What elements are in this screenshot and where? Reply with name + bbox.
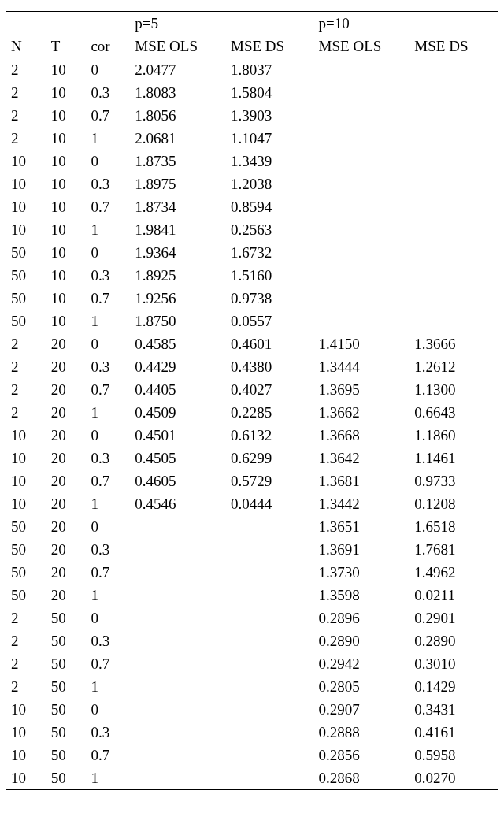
cell-t: 10 <box>46 81 87 104</box>
cell-p10-ols: 1.3444 <box>314 355 410 378</box>
cell-n: 50 <box>6 515 46 538</box>
cell-p5-ols <box>130 766 226 790</box>
cell-t: 20 <box>46 447 87 470</box>
cell-p5-ols: 0.4546 <box>130 492 226 515</box>
cell-t: 20 <box>46 401 87 424</box>
cell-p5-ds: 0.5729 <box>226 470 314 492</box>
cell-p10-ds: 1.7681 <box>410 538 498 561</box>
cell-p5-ols: 0.4429 <box>130 355 226 378</box>
cell-n: 10 <box>6 150 46 173</box>
cell-t: 10 <box>46 287 87 310</box>
cell-cor: 0 <box>86 58 130 82</box>
cell-p10-ds: 0.6643 <box>410 401 498 424</box>
cell-p5-ols: 1.8735 <box>130 150 226 173</box>
cell-t: 50 <box>46 721 87 744</box>
cell-p5-ols <box>130 675 226 698</box>
cell-p10-ols <box>314 287 410 310</box>
cell-p5-ols <box>130 607 226 629</box>
cell-p5-ds <box>226 675 314 698</box>
cell-p5-ds <box>226 744 314 766</box>
header-group-p10: p=10 <box>314 12 410 35</box>
cell-p5-ols: 1.8925 <box>130 264 226 287</box>
cell-n: 10 <box>6 447 46 470</box>
cell-p5-ols: 0.4509 <box>130 401 226 424</box>
cell-p10-ols: 0.2890 <box>314 629 410 652</box>
cell-p5-ols: 0.4501 <box>130 424 226 447</box>
cell-n: 50 <box>6 287 46 310</box>
cell-p5-ds: 0.4027 <box>226 378 314 401</box>
cell-cor: 0.3 <box>86 173 130 195</box>
table-row: 50200.31.36911.7681 <box>6 538 498 561</box>
cell-n: 2 <box>6 607 46 629</box>
cell-p10-ols: 0.2868 <box>314 766 410 790</box>
cell-p5-ds <box>226 607 314 629</box>
table-row: 25010.28050.1429 <box>6 675 498 698</box>
cell-t: 20 <box>46 355 87 378</box>
table-row: 102010.45460.04441.34420.1208 <box>6 492 498 515</box>
cell-p10-ds: 1.6518 <box>410 515 498 538</box>
cell-p5-ols: 1.8975 <box>130 173 226 195</box>
cell-p10-ds: 0.0211 <box>410 584 498 607</box>
cell-p5-ds: 1.5160 <box>226 264 314 287</box>
cell-p5-ols: 1.8083 <box>130 81 226 104</box>
table-row: 102000.45010.61321.36681.1860 <box>6 424 498 447</box>
header-n: N <box>6 35 46 58</box>
cell-p5-ds <box>226 584 314 607</box>
cell-cor: 1 <box>86 401 130 424</box>
cell-t: 10 <box>46 218 87 241</box>
cell-t: 50 <box>46 744 87 766</box>
cell-p10-ols: 0.2888 <box>314 721 410 744</box>
cell-p10-ols: 1.3681 <box>314 470 410 492</box>
cell-p10-ols: 0.2907 <box>314 698 410 721</box>
cell-t: 10 <box>46 127 87 150</box>
cell-cor: 0.7 <box>86 470 130 492</box>
cell-cor: 0 <box>86 424 130 447</box>
cell-cor: 0.7 <box>86 561 130 584</box>
cell-p5-ds: 0.4601 <box>226 332 314 355</box>
cell-t: 10 <box>46 104 87 127</box>
cell-p10-ols <box>314 264 410 287</box>
cell-p10-ols <box>314 241 410 264</box>
cell-n: 2 <box>6 652 46 675</box>
cell-t: 20 <box>46 515 87 538</box>
cell-p10-ds: 0.2901 <box>410 607 498 629</box>
cell-n: 10 <box>6 195 46 218</box>
cell-p10-ds: 1.2612 <box>410 355 498 378</box>
table-row: 502001.36511.6518 <box>6 515 498 538</box>
cell-p10-ds <box>410 150 498 173</box>
header-group-p5: p=5 <box>130 12 226 35</box>
cell-p10-ols: 0.2856 <box>314 744 410 766</box>
cell-p10-ds: 0.1429 <box>410 675 498 698</box>
cell-p5-ols <box>130 744 226 766</box>
cell-cor: 0.7 <box>86 652 130 675</box>
cell-p5-ds <box>226 515 314 538</box>
cell-p5-ds <box>226 652 314 675</box>
table-row: 10200.70.46050.57291.36810.9733 <box>6 470 498 492</box>
cell-cor: 0 <box>86 698 130 721</box>
cell-p5-ols <box>130 652 226 675</box>
header-blank <box>410 12 498 35</box>
cell-t: 10 <box>46 195 87 218</box>
cell-cor: 0.3 <box>86 721 130 744</box>
cell-p10-ols: 1.3668 <box>314 424 410 447</box>
cell-t: 20 <box>46 470 87 492</box>
cell-cor: 0 <box>86 515 130 538</box>
cell-n: 2 <box>6 104 46 127</box>
cell-p10-ds: 0.3431 <box>410 698 498 721</box>
cell-p10-ols: 1.3730 <box>314 561 410 584</box>
cell-p10-ds: 1.1300 <box>410 378 498 401</box>
cell-cor: 0.7 <box>86 378 130 401</box>
cell-p5-ols: 1.8734 <box>130 195 226 218</box>
cell-p5-ds: 0.2563 <box>226 218 314 241</box>
cell-p5-ds: 0.9738 <box>226 287 314 310</box>
cell-p5-ds <box>226 538 314 561</box>
cell-p10-ols: 1.3662 <box>314 401 410 424</box>
table-row: 25000.28960.2901 <box>6 607 498 629</box>
cell-p5-ds <box>226 629 314 652</box>
table-row: 101001.87351.3439 <box>6 150 498 173</box>
cell-t: 10 <box>46 58 87 82</box>
cell-p10-ols: 1.3651 <box>314 515 410 538</box>
cell-p10-ds: 0.9733 <box>410 470 498 492</box>
cell-t: 20 <box>46 561 87 584</box>
cell-t: 10 <box>46 173 87 195</box>
